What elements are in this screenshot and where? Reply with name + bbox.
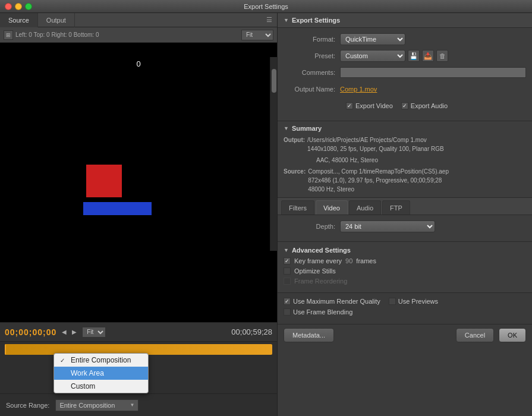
tab-menu-button[interactable]: ☰ [265,15,274,25]
toolbar: ⊞ Left: 0 Top: 0 Right: 0 Bottom: 0 Fit … [0,27,277,43]
tab-ftp[interactable]: FTP [382,200,410,215]
output-name-control: Comp 1.mov [340,86,526,93]
tab-source[interactable]: Source [0,13,38,27]
menu-item-work-area[interactable]: Work Area [54,367,148,380]
advanced-title: Advanced Settings [292,247,351,254]
preview-area: 0 [0,43,277,322]
dropdown-arrow-icon: ▼ [130,402,134,408]
export-checkboxes-row: ✓ Export Video ✓ Export Audio [284,99,526,112]
preset-label: Preset: [284,52,340,59]
render-options-row2: Use Frame Blending [284,308,526,316]
tab-output[interactable]: Output [38,13,75,27]
window-controls [5,3,32,10]
comments-input[interactable] [340,67,526,78]
media-tabs: Filters Video Audio FTP [278,198,532,215]
metadata-button[interactable]: Metadata... [284,328,334,342]
summary-header: ▼ Summary [284,125,526,132]
preview-content: 0 [0,43,277,322]
advanced-section: ▼ Advanced Settings ✓ Key frame every 90… [278,242,532,293]
source-range-bar: Source Range: Entire Composition ▼ ✓ Ent… [0,393,277,416]
export-video-checkbox[interactable]: ✓ [346,102,353,109]
frame-number: 0 [136,59,140,68]
export-checkboxes: ✓ Export Video ✓ Export Audio [340,102,448,109]
cancel-button[interactable]: Cancel [456,328,494,342]
scrollbar-thumb[interactable] [272,69,276,93]
frame-blending-item: Use Frame Blending [284,308,352,316]
use-previews-checkbox[interactable] [389,298,396,305]
zoom-select[interactable]: Fit [82,327,106,338]
prev-frame-button[interactable]: ◀ [60,328,68,336]
depth-select[interactable]: 24 bit [340,220,435,232]
optimize-stills-checkbox[interactable] [284,267,291,275]
maximize-button[interactable] [25,3,32,10]
timecode-bar: 00;00;00;00 ◀ ▶ Fit 00;00;59;28 [0,323,277,342]
keyframe-suffix: frames [356,257,376,264]
render-options-row1: ✓ Use Maximum Render Quality Use Preview… [284,298,526,305]
export-video-item: ✓ Export Video [346,102,393,109]
tab-bar: Source Output ☰ [0,13,277,27]
output-name-row: Output Name: Comp 1.mov [284,83,526,96]
collapse-icon[interactable]: ▼ [284,17,289,23]
preview-scrollbar[interactable] [270,57,277,251]
summary-content: Output: /Users/rick/Projects/AE Projects… [284,135,526,194]
current-timecode: 00;00;00;00 [5,327,56,337]
menu-item-entire-composition[interactable]: ✓ Entire Composition [54,354,148,367]
check-icon: ✓ [60,357,68,364]
blue-shape [83,202,152,215]
source-summary-row: Source: Composit..., Comp 1/timeRemapToP… [284,167,526,194]
max-render-label: Use Maximum Render Quality [293,298,380,305]
frame-blending-checkbox[interactable] [284,308,291,316]
keyframe-checkbox[interactable]: ✓ [284,257,291,264]
save-preset-button[interactable]: 💾 [408,50,420,62]
export-settings-header: ▼ Export Settings [278,13,532,28]
source-range-label: Source Range: [6,402,49,409]
optimize-stills-item: Optimize Stills [284,267,526,275]
advanced-collapse-icon[interactable]: ▼ [284,247,289,253]
export-audio-checkbox[interactable]: ✓ [401,102,408,109]
frame-reordering-label: Frame Reordering [294,278,347,285]
frame-blending-label: Use Frame Blending [293,308,352,316]
red-shape [86,165,122,197]
source-range-menu: ✓ Entire Composition Work Area Custom [53,353,149,393]
source-range-value: Entire Composition [59,402,115,409]
delete-preset-button[interactable]: 🗑 [436,50,448,62]
format-select[interactable]: QuickTime [340,33,405,45]
advanced-header: ▼ Advanced Settings [284,247,526,257]
close-button[interactable] [5,3,12,10]
output-name-link[interactable]: Comp 1.mov [340,86,377,93]
comments-label: Comments: [284,69,340,76]
audio-summary-value: AAC, 48000 Hz, Stereo [316,157,378,163]
position-display: Left: 0 Top: 0 Right: 0 Bottom: 0 [15,31,99,38]
timeline-controls: ◀ ▶ [60,328,78,336]
menu-item-custom[interactable]: Custom [54,380,148,393]
optimize-stills-label: Optimize Stills [294,267,336,275]
max-render-checkbox[interactable]: ✓ [284,298,291,305]
summary-section: ▼ Summary Output: /Users/rick/Projects/A… [278,121,532,198]
minimize-button[interactable] [15,3,22,10]
fit-select[interactable]: Fit 100% 50% [241,30,273,40]
source-summary-value: Composit..., Comp 1/timeRemapToPosition(… [308,167,449,194]
source-range-dropdown[interactable]: Entire Composition ▼ [55,399,138,411]
video-settings: Depth: 24 bit [278,215,532,242]
import-preset-button[interactable]: 📥 [422,50,434,62]
left-panel: Source Output ☰ ⊞ Left: 0 Top: 0 Right: … [0,13,278,416]
export-settings-title: Export Settings [292,17,340,24]
comments-control [340,67,526,78]
ok-button[interactable]: OK [499,328,526,342]
output-summary-row: Output: /Users/rick/Projects/AE Projects… [284,135,526,153]
tab-video[interactable]: Video [316,200,348,215]
preset-control: Custom 💾 📥 🗑 [340,50,526,62]
menu-item-label: Custom [71,382,95,390]
menu-item-label: Entire Composition [71,356,131,364]
summary-collapse-icon[interactable]: ▼ [284,125,289,131]
max-render-item: ✓ Use Maximum Render Quality [284,298,380,305]
preset-select[interactable]: Custom [340,50,405,62]
comments-row: Comments: [284,66,526,79]
crop-icon[interactable]: ⊞ [4,30,13,40]
main-layout: Source Output ☰ ⊞ Left: 0 Top: 0 Right: … [0,13,532,416]
next-frame-button[interactable]: ▶ [70,328,78,336]
output-summary-key: Output: [284,135,305,153]
tab-audio[interactable]: Audio [349,200,381,215]
tab-filters[interactable]: Filters [281,200,314,215]
title-bar: Export Settings [0,0,532,13]
